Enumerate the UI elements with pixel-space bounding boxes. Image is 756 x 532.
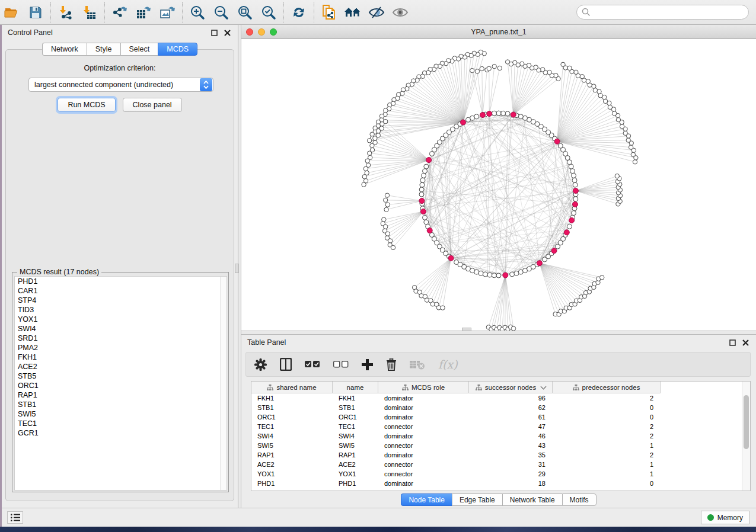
close-panel-icon[interactable] (222, 28, 232, 37)
table-row[interactable]: ORC1ORC1dominator610 (251, 412, 742, 422)
table-cell: ORC1 (333, 412, 378, 422)
tab-network[interactable]: Network (42, 43, 87, 56)
mcds-result-item[interactable]: ACE2 (15, 362, 227, 371)
import-table-icon[interactable] (78, 2, 101, 23)
close-panel-icon[interactable] (741, 338, 750, 347)
mcds-result-item[interactable]: YOX1 (15, 315, 227, 324)
tab-mcds[interactable]: MCDS (158, 43, 197, 56)
tab-node-table[interactable]: Node Table (401, 493, 452, 506)
control-panel: Control Panel NetworkStyleSelectMCDS Opt… (2, 25, 238, 508)
export-table-icon[interactable] (132, 2, 155, 23)
mcds-result-item[interactable]: STB5 (15, 371, 227, 381)
mcds-result-item[interactable]: TID3 (15, 305, 227, 315)
function-builder-icon[interactable]: f(x) (438, 358, 458, 371)
zoom-in-icon[interactable] (186, 2, 209, 23)
table-cell: YOX1 (251, 469, 333, 479)
float-panel-icon[interactable] (728, 338, 737, 347)
column-header-successor-nodes[interactable]: successor nodes (469, 382, 553, 393)
show-columns-icon[interactable] (280, 358, 292, 371)
mcds-hub-node (420, 209, 426, 214)
table-scrollbar-thumb[interactable] (744, 395, 749, 449)
tab-edge-table[interactable]: Edge Table (452, 493, 502, 506)
eye-icon[interactable] (388, 2, 412, 23)
table-cell: 96 (469, 393, 546, 403)
mcds-result-item[interactable]: STP4 (15, 296, 227, 305)
run-mcds-button[interactable]: Run MCDS (58, 98, 115, 112)
node-table-body: FKH1FKH1dominator962STB1STB1dominator620… (251, 393, 742, 491)
mcds-result-item[interactable]: ORC1 (15, 381, 227, 390)
network-view-window: YPA_prune.txt_1 (241, 25, 756, 331)
table-row[interactable]: FKH1FKH1dominator962 (251, 393, 742, 403)
node-table[interactable]: shared namenameMCDS rolesuccessor nodesp… (251, 381, 751, 491)
mcds-result-item[interactable]: PMA2 (15, 343, 227, 352)
table-row[interactable]: SWI4SWI4dominator462 (251, 431, 742, 441)
column-header-name[interactable]: name (333, 382, 378, 393)
table-cell: SWI4 (251, 431, 333, 441)
mcds-result-item[interactable]: STB1 (15, 400, 227, 409)
table-row[interactable]: SWI5SWI5connector431 (251, 441, 742, 450)
table-row[interactable]: PHD1PHD1dominator180 (251, 479, 742, 488)
eye-slash-icon[interactable] (365, 2, 388, 23)
search-input[interactable] (591, 7, 748, 18)
clone-network-icon[interactable] (317, 2, 341, 23)
network-graph[interactable] (241, 39, 756, 331)
mcds-result-item[interactable]: PHD1 (15, 277, 227, 286)
save-session-icon[interactable] (24, 2, 47, 23)
delete-column-trash-icon[interactable] (386, 358, 397, 371)
table-cell: TEC1 (333, 422, 378, 431)
mcds-result-item[interactable]: FKH1 (15, 352, 227, 362)
tab-style[interactable]: Style (87, 43, 120, 56)
mcds-result-item[interactable]: GCR1 (15, 428, 227, 438)
optimization-criterion-dropdown[interactable]: largest connected component (undirected) (28, 78, 213, 92)
deselect-all-checkboxes-icon[interactable] (333, 361, 349, 368)
export-image-icon[interactable] (155, 2, 179, 23)
mcds-result-item[interactable]: SRD1 (15, 334, 227, 343)
memory-button[interactable]: Memory (701, 511, 749, 524)
network-window-titlebar[interactable]: YPA_prune.txt_1 (241, 25, 756, 39)
column-header-predecessor-nodes[interactable]: predecessor nodes (553, 382, 661, 393)
tab-motifs[interactable]: Motifs (562, 493, 596, 506)
mcds-result-list[interactable]: PHD1CAR1STP4TID3YOX1SWI4SRD1PMA2FKH1ACE2… (14, 276, 227, 491)
cytoscape-window: Control Panel NetworkStyleSelectMCDS Opt… (0, 0, 756, 532)
two-houses-icon[interactable] (341, 2, 365, 23)
close-panel-button[interactable]: Close panel (123, 98, 182, 112)
mcds-hub-node (564, 230, 569, 235)
horizontal-splitter[interactable] (241, 331, 756, 335)
mcds-hub-node (537, 261, 542, 266)
search-box[interactable] (576, 5, 749, 20)
open-file-icon[interactable] (0, 2, 24, 23)
mcds-result-item[interactable]: CAR1 (15, 286, 227, 296)
table-row[interactable]: RAP1RAP1dominator352 (251, 450, 742, 460)
column-header-MCDS-role[interactable]: MCDS role (378, 382, 469, 393)
mcds-result-item[interactable]: RAP1 (15, 390, 227, 400)
delete-table-icon[interactable] (410, 360, 425, 370)
zoom-out-icon[interactable] (209, 2, 233, 23)
splitter-handle[interactable] (462, 328, 471, 331)
import-network-icon[interactable] (54, 2, 78, 23)
network-canvas[interactable] (241, 39, 756, 331)
tab-network-table[interactable]: Network Table (502, 493, 562, 506)
mcds-result-item[interactable]: SWI5 (15, 409, 227, 419)
task-history-button[interactable] (7, 511, 23, 524)
tab-select[interactable]: Select (120, 43, 158, 56)
table-cell: 2 (553, 422, 653, 431)
column-header-shared-name[interactable]: shared name (251, 382, 333, 393)
select-all-checkboxes-icon[interactable] (305, 361, 320, 368)
table-settings-gear-icon[interactable] (254, 358, 267, 371)
table-row[interactable]: STB1STB1dominator620 (251, 403, 742, 412)
mcds-result-item[interactable]: TEC1 (15, 419, 227, 428)
table-cell: RAP1 (333, 450, 378, 460)
zoom-fit-icon[interactable] (233, 2, 257, 23)
mcds-result-item[interactable]: SWI4 (15, 324, 227, 334)
table-scrollbar[interactable] (742, 382, 750, 491)
table-row[interactable]: TEC1TEC1connector472 (251, 422, 742, 431)
splitter-handle[interactable] (235, 264, 239, 273)
mcds-list-scrollbar[interactable] (220, 277, 227, 490)
add-column-icon[interactable] (362, 359, 373, 370)
float-panel-icon[interactable] (209, 28, 219, 37)
table-row[interactable]: YOX1YOX1connector291 (251, 469, 742, 479)
table-row[interactable]: ACE2ACE2connector311 (251, 460, 742, 469)
export-network-icon[interactable] (108, 2, 132, 23)
zoom-selected-icon[interactable] (257, 2, 280, 23)
refresh-icon[interactable] (287, 2, 311, 23)
